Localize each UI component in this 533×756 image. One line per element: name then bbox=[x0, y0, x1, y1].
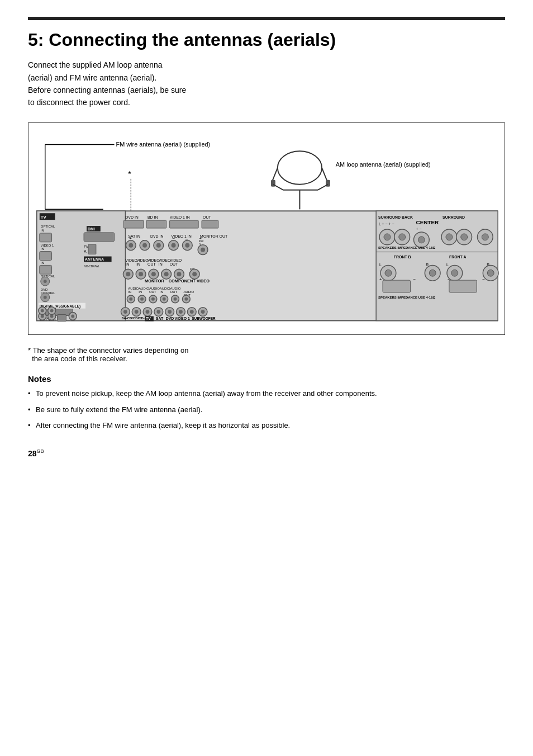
svg-point-74 bbox=[156, 243, 161, 248]
svg-text:OUT: OUT bbox=[149, 290, 156, 294]
svg-text:DVD: DVD bbox=[166, 316, 174, 320]
svg-text:VIDEO: VIDEO bbox=[136, 258, 149, 262]
svg-text:FRONT A: FRONT A bbox=[449, 255, 467, 259]
svg-point-52 bbox=[71, 314, 74, 318]
note-item-3: After connecting the FM wire antenna (ae… bbox=[28, 420, 505, 432]
svg-point-102 bbox=[151, 272, 156, 276]
svg-text:*: * bbox=[128, 169, 131, 178]
svg-line-11 bbox=[318, 184, 328, 190]
svg-text:IN: IN bbox=[139, 290, 142, 294]
svg-text:OPTICAL: OPTICAL bbox=[41, 225, 55, 228]
svg-point-187 bbox=[451, 270, 458, 276]
svg-point-124 bbox=[129, 297, 132, 301]
svg-text:OUT: OUT bbox=[170, 290, 178, 294]
svg-rect-25 bbox=[40, 265, 52, 274]
svg-text:SA-CD/CD/CD-R: SA-CD/CD/CD-R bbox=[121, 316, 147, 320]
svg-text:DMI: DMI bbox=[88, 227, 95, 231]
svg-point-50 bbox=[50, 314, 54, 318]
note-item-1: To prevent noise pickup, keep the AM loo… bbox=[28, 388, 505, 400]
note-item-2: Be sure to fully extend the FM wire ante… bbox=[28, 404, 505, 416]
svg-point-100 bbox=[139, 272, 143, 276]
svg-point-83 bbox=[201, 247, 205, 252]
svg-point-177 bbox=[482, 234, 488, 240]
svg-text:SPEAKERS  IMPEDANCE USE 4-16Ω: SPEAKERS IMPEDANCE USE 4-16Ω bbox=[378, 296, 435, 299]
svg-point-150 bbox=[190, 310, 194, 314]
page-title: 5: Connecting the antennas (aerials) bbox=[28, 30, 505, 50]
svg-rect-160 bbox=[376, 211, 498, 320]
am-antenna-label: AM loop antenna (aerial) (supplied) bbox=[336, 161, 431, 168]
svg-text:SPEAKERS  IMPEDANCE USE 4-16Ω: SPEAKERS IMPEDANCE USE 4-16Ω bbox=[378, 245, 435, 249]
svg-text:SUBWOOFER: SUBWOOFER bbox=[192, 316, 216, 320]
notes-title: Notes bbox=[28, 374, 505, 384]
svg-text:+: + bbox=[199, 236, 202, 241]
diagram-svg: FM wire antenna (aerial) (supplied) * AM… bbox=[28, 123, 505, 334]
svg-point-5 bbox=[278, 151, 322, 184]
svg-line-6 bbox=[272, 168, 278, 182]
svg-text:VIDEO: VIDEO bbox=[125, 258, 137, 262]
svg-point-110 bbox=[192, 272, 197, 276]
svg-text:L   +        −   +         −: L + − + − bbox=[379, 222, 394, 226]
svg-text:IN: IN bbox=[136, 262, 140, 266]
svg-point-174 bbox=[418, 237, 425, 243]
intro-paragraph: Connect the supplied AM loop antenna (ae… bbox=[28, 59, 505, 109]
svg-text:NO-CDX/WL: NO-CDX/WL bbox=[84, 265, 100, 268]
svg-point-28 bbox=[44, 280, 47, 283]
svg-text:SURROUND: SURROUND bbox=[442, 215, 465, 219]
svg-rect-23 bbox=[40, 251, 52, 260]
svg-rect-64 bbox=[202, 220, 218, 228]
svg-text:BD IN: BD IN bbox=[147, 215, 158, 219]
svg-text:IN: IN bbox=[41, 229, 44, 232]
svg-point-144 bbox=[156, 310, 160, 314]
svg-point-167 bbox=[399, 234, 406, 240]
svg-text:IN: IN bbox=[128, 290, 131, 294]
svg-text:DVD IN: DVD IN bbox=[125, 215, 138, 219]
center-label: CENTER bbox=[416, 219, 439, 225]
svg-point-171 bbox=[461, 234, 468, 240]
svg-point-98 bbox=[126, 272, 130, 276]
svg-point-130 bbox=[163, 297, 166, 301]
svg-text:+        −: + − bbox=[416, 227, 421, 231]
svg-point-148 bbox=[179, 310, 183, 314]
svg-point-106 bbox=[177, 272, 182, 276]
svg-text:IN: IN bbox=[41, 247, 44, 250]
svg-rect-20 bbox=[40, 233, 52, 242]
svg-point-48 bbox=[41, 314, 44, 318]
svg-text:TV: TV bbox=[41, 215, 47, 220]
svg-text:MONITOR: MONITOR bbox=[145, 278, 165, 284]
svg-point-104 bbox=[164, 272, 169, 276]
svg-text:IN: IN bbox=[160, 290, 163, 294]
page-number: 28GB bbox=[28, 448, 505, 458]
svg-text:SURROUND BACK: SURROUND BACK bbox=[378, 215, 413, 219]
diagram-container: FM wire antenna (aerial) (supplied) * AM… bbox=[28, 122, 505, 335]
svg-rect-192 bbox=[383, 280, 411, 292]
svg-point-136 bbox=[184, 297, 188, 301]
svg-point-54 bbox=[41, 309, 44, 312]
svg-text:IN: IN bbox=[159, 262, 163, 266]
svg-rect-60 bbox=[146, 220, 166, 228]
svg-point-152 bbox=[201, 310, 205, 314]
svg-text:L: L bbox=[379, 263, 382, 267]
svg-text:+: + bbox=[379, 277, 382, 282]
svg-point-72 bbox=[142, 243, 147, 248]
svg-text:DVD IN: DVD IN bbox=[150, 234, 163, 238]
svg-point-76 bbox=[172, 243, 176, 248]
svg-point-140 bbox=[135, 310, 139, 314]
svg-text:VIDEO: VIDEO bbox=[170, 258, 182, 262]
svg-line-10 bbox=[273, 184, 283, 190]
svg-point-138 bbox=[123, 310, 127, 314]
svg-point-56 bbox=[50, 309, 54, 312]
notes-list: To prevent noise pickup, keep the AM loo… bbox=[28, 388, 505, 432]
svg-text:−: − bbox=[173, 236, 175, 241]
svg-point-199 bbox=[487, 270, 494, 276]
svg-text:−: − bbox=[413, 277, 416, 282]
svg-text:TV: TV bbox=[146, 316, 151, 320]
svg-point-32 bbox=[44, 296, 47, 299]
svg-text:OUT: OUT bbox=[170, 262, 178, 266]
svg-text:DIGITAL (ASSIGNABLE): DIGITAL (ASSIGNABLE) bbox=[40, 304, 80, 308]
svg-point-142 bbox=[146, 310, 150, 314]
svg-text:OUT: OUT bbox=[147, 262, 156, 266]
svg-point-70 bbox=[129, 243, 133, 248]
svg-rect-58 bbox=[123, 220, 144, 228]
svg-text:IN: IN bbox=[41, 261, 44, 264]
svg-point-128 bbox=[151, 297, 155, 301]
